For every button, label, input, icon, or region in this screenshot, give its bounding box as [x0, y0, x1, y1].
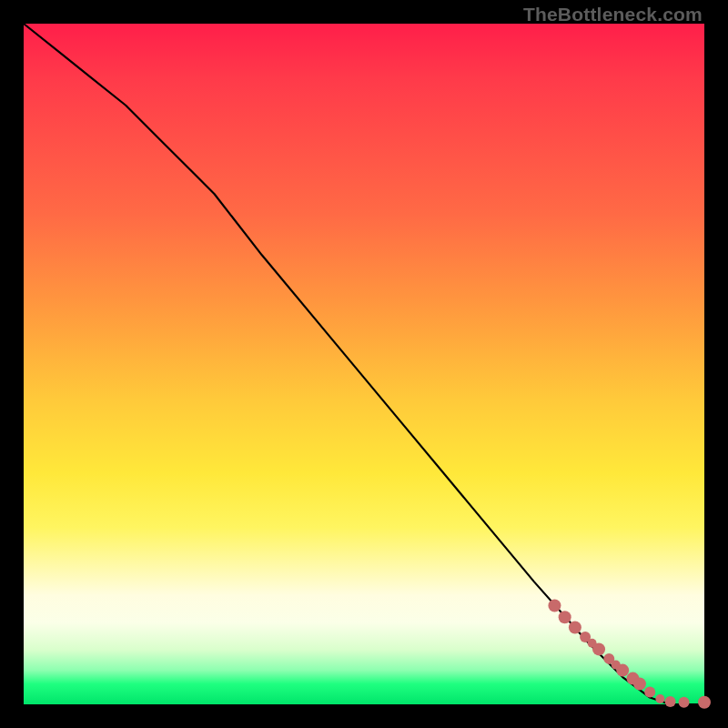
marker-point [679, 697, 690, 708]
marker-point [665, 696, 676, 707]
marker-point [592, 642, 605, 655]
marker-point [569, 621, 581, 633]
marker-point [644, 687, 655, 698]
marker-point [633, 678, 646, 691]
marker-point [655, 694, 664, 703]
chart-overlay [24, 24, 704, 704]
marker-point [698, 696, 711, 709]
watermark-label: TheBottleneck.com [523, 4, 703, 25]
marker-point [616, 664, 629, 677]
highlight-markers [548, 600, 711, 709]
marker-point [559, 611, 571, 623]
bottleneck-curve [24, 24, 704, 704]
marker-point [548, 600, 561, 612]
chart-frame: TheBottleneck.com [0, 0, 728, 728]
